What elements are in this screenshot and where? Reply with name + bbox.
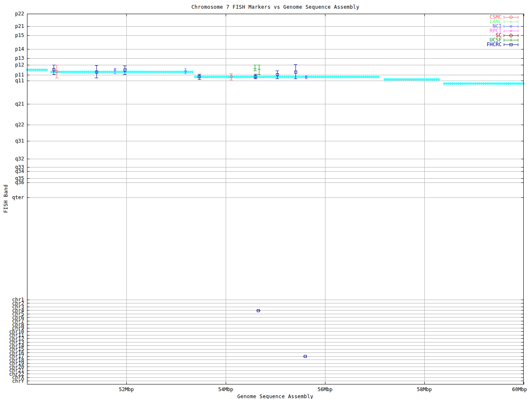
y-axis-tick bbox=[521, 171, 524, 172]
y-axis-tick bbox=[521, 370, 524, 371]
data-point-marker bbox=[52, 68, 55, 71]
data-point-marker bbox=[257, 309, 260, 312]
y-axis-tick bbox=[27, 35, 30, 36]
error-bar-cap bbox=[184, 74, 187, 74]
error-bar-cap bbox=[254, 74, 257, 74]
legend-sample-cap bbox=[518, 39, 518, 42]
y-axis-tick bbox=[521, 35, 524, 36]
fish-markers-chart: Chromosome 7 FISH Markers vs Genome Sequ… bbox=[0, 0, 532, 399]
data-point-marker bbox=[198, 75, 201, 78]
y-axis-tick bbox=[27, 182, 30, 183]
x-tick-label: 52Mbp bbox=[110, 387, 143, 392]
y-axis-tick bbox=[27, 317, 30, 318]
error-bar-cap bbox=[254, 79, 257, 79]
y-axis-tick bbox=[27, 321, 30, 321]
y-tick-label: p22 bbox=[0, 12, 24, 16]
y-axis-tick bbox=[27, 314, 30, 314]
y-axis-tick bbox=[27, 342, 30, 342]
error-bar-cap bbox=[305, 79, 308, 79]
error-bar-cap bbox=[55, 65, 59, 65]
x-axis-tick bbox=[325, 382, 325, 384]
legend-sample-cap bbox=[504, 20, 504, 23]
y-axis-tick bbox=[521, 49, 524, 49]
y-axis-tick bbox=[521, 125, 524, 125]
error-bar-cap bbox=[294, 64, 297, 65]
error-bar-cap bbox=[52, 74, 56, 75]
y-axis-tick bbox=[27, 125, 30, 125]
y-axis-tick bbox=[521, 75, 524, 75]
y-axis-tick bbox=[27, 352, 30, 353]
y-axis-tick bbox=[521, 367, 524, 367]
y-axis-tick bbox=[521, 178, 524, 179]
y-axis-tick bbox=[27, 367, 30, 367]
y-axis-tick bbox=[521, 338, 524, 339]
y-axis-tick bbox=[27, 356, 30, 357]
error-bar-cap bbox=[55, 78, 59, 78]
y-axis-tick bbox=[27, 370, 30, 371]
x-tick-label: 58Mbp bbox=[408, 387, 441, 392]
y-axis-tick bbox=[27, 141, 30, 141]
error-bar-cap bbox=[198, 74, 201, 74]
y-axis-tick bbox=[27, 307, 30, 307]
data-point-marker bbox=[305, 76, 307, 78]
y-axis-tick bbox=[27, 335, 30, 335]
legend-sample-cap bbox=[504, 43, 504, 46]
y-axis-tick bbox=[521, 321, 524, 321]
legend-sample-cap bbox=[504, 30, 504, 32]
y-tick-label: q21 bbox=[0, 102, 24, 106]
y-axis-tick bbox=[27, 178, 30, 179]
y-axis-tick bbox=[521, 360, 524, 360]
y-axis-tick bbox=[27, 300, 30, 300]
x-axis-tick bbox=[126, 382, 127, 384]
x-axis-tick bbox=[226, 382, 226, 384]
x-axis-tick bbox=[424, 14, 425, 16]
y-tick-label: q32 bbox=[0, 157, 24, 161]
legend-sample-cap bbox=[518, 34, 518, 37]
y-tick-label: p11 bbox=[0, 73, 24, 77]
data-point-marker bbox=[294, 71, 297, 74]
y-tick-label: q11 bbox=[0, 79, 24, 83]
y-axis-tick bbox=[521, 381, 524, 381]
x-axis-tick bbox=[524, 14, 524, 16]
error-bar-cap bbox=[198, 79, 201, 80]
y-axis-tick bbox=[521, 159, 524, 159]
y-tick-label: p12 bbox=[0, 63, 24, 67]
y-axis-tick bbox=[27, 338, 30, 339]
y-axis-tick bbox=[27, 360, 30, 360]
y-axis-tick bbox=[27, 81, 30, 81]
data-point-marker bbox=[511, 39, 511, 42]
y-axis-tick bbox=[521, 324, 524, 325]
y-axis-tick bbox=[521, 317, 524, 318]
y-axis-tick bbox=[27, 58, 30, 59]
legend-sample-cap bbox=[518, 43, 518, 46]
y-axis-tick bbox=[521, 328, 524, 328]
y-axis-tick bbox=[27, 349, 30, 350]
data-point-marker bbox=[510, 25, 512, 27]
y-axis-tick bbox=[521, 300, 524, 300]
y-axis-tick bbox=[521, 65, 524, 65]
error-bar-cap bbox=[114, 68, 116, 69]
y-tick-label: p14 bbox=[0, 47, 24, 51]
error-bar-cap bbox=[254, 65, 257, 65]
x-axis-tick bbox=[226, 14, 226, 16]
chart-title: Chromosome 7 FISH Markers vs Genome Sequ… bbox=[27, 4, 524, 10]
y-axis-tick bbox=[521, 342, 524, 342]
x-tick-label: 56Mbp bbox=[308, 387, 342, 392]
legend-entry-label: FHCRC bbox=[448, 42, 502, 47]
data-point-marker bbox=[276, 73, 279, 76]
x-axis-title: Genome Sequence Assembly bbox=[27, 394, 524, 399]
legend-sample-cap bbox=[518, 20, 518, 23]
y-axis-tick bbox=[521, 356, 524, 357]
x-axis-tick bbox=[524, 382, 524, 384]
y-axis-tick bbox=[27, 374, 30, 374]
error-bar-cap bbox=[254, 71, 257, 71]
x-axis-tick bbox=[424, 382, 425, 384]
error-bar-cap bbox=[276, 79, 279, 79]
data-point-marker bbox=[510, 43, 512, 46]
y-tick-label: q36 bbox=[0, 180, 24, 185]
y-axis-tick bbox=[521, 104, 524, 104]
legend-sample-cap bbox=[504, 16, 504, 19]
error-bar-cap bbox=[95, 65, 98, 66]
legend-sample-cap bbox=[504, 34, 504, 37]
y-axis-tick bbox=[27, 26, 30, 27]
